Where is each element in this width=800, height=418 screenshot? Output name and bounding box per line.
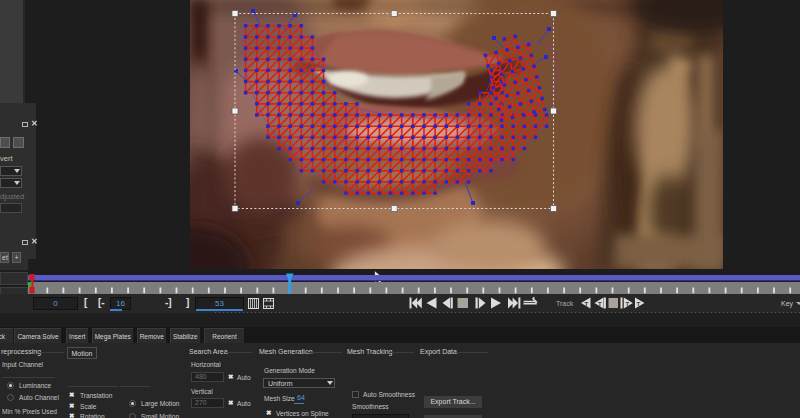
svg-text:T: T — [626, 301, 630, 307]
svg-text:T: T — [598, 301, 602, 307]
svg-text:T: T — [637, 301, 641, 307]
svg-text:T: T — [585, 301, 589, 307]
